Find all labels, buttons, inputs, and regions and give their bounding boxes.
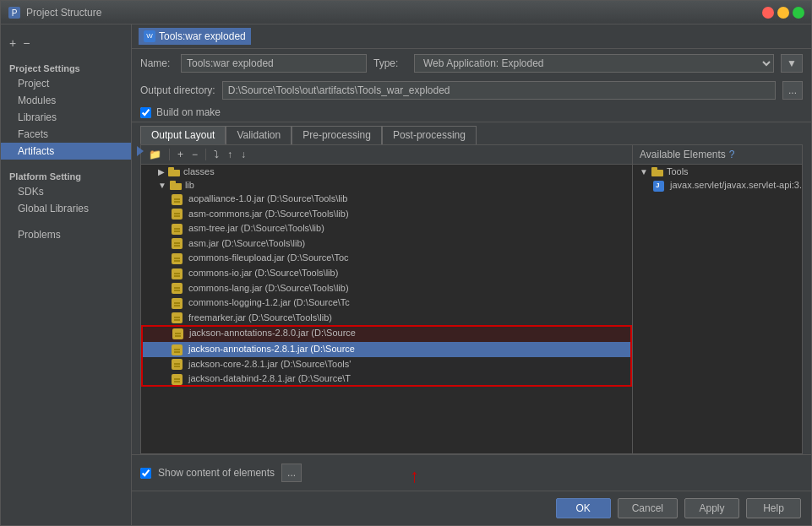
bottom-bar: Show content of elements ... ↑ <box>132 454 811 491</box>
tree-item-asm-commons[interactable]: asm-commons.jar (D:\Source\Tools\lib) <box>141 207 632 222</box>
folder-icon-classes <box>168 167 180 176</box>
name-input[interactable] <box>181 54 367 73</box>
right-tree: Available Elements ? ▼ Tools javax.servl… <box>633 145 802 453</box>
tree-item-jackson-ann-281[interactable]: jackson-annotations-2.8.1.jar (D:\Source <box>141 342 632 357</box>
tree-item-commons-fileupload[interactable]: commons-fileupload.jar (D:\Source\Toc <box>141 251 632 266</box>
platform-settings-label: Platform Setting <box>1 166 131 183</box>
tree-remove-btn[interactable]: − <box>189 148 200 161</box>
tree-item-jackson-db-281[interactable]: jackson-databind-2.8.1.jar (D:\Source\T <box>141 371 632 387</box>
show-content-options-btn[interactable]: ... <box>281 464 302 482</box>
jar-icon-commons-logging <box>172 298 183 309</box>
tree-item-commons-io[interactable]: commons-io.jar (D:\Source\Tools\lib) <box>141 266 632 281</box>
tree-down-btn[interactable]: ↓ <box>238 148 248 161</box>
tab-pre-processing-label: Pre-processing <box>302 129 371 141</box>
title-bar-controls <box>762 7 804 19</box>
jar-icon-commons-lang <box>172 283 183 294</box>
sidebar-item-facets[interactable]: Facets <box>1 126 131 143</box>
ok-button[interactable]: OK <box>556 498 611 518</box>
tree-item-jackson-db-281-label: jackson-databind-2.8.1.jar (D:\Source\T <box>188 373 351 383</box>
output-dir-input[interactable] <box>222 81 776 100</box>
tree-item-aopalliance-label: aopalliance-1.0.jar (D:\Source\Tools\lib <box>188 193 347 203</box>
tab-validation[interactable]: Validation <box>226 126 292 144</box>
jar-icon-asm-tree <box>172 224 183 235</box>
jar-icon-jackson-db-281 <box>172 374 183 385</box>
available-elements-help[interactable]: ? <box>729 149 735 160</box>
artifact-list-item[interactable]: W Tools:war exploded <box>139 28 251 45</box>
left-tree: 📁 + − ⤵ ↑ ↓ ▶ <box>141 145 633 453</box>
jar-icon-aopalliance <box>172 194 183 205</box>
tree-item-commons-logging[interactable]: commons-logging-1.2.jar (D:\Source\Tc <box>141 296 632 311</box>
type-dropdown-btn[interactable]: ▼ <box>781 54 803 73</box>
type-select[interactable]: Web Application: Exploded <box>414 54 774 73</box>
right-tree-javax-servlet-label: javax.servlet/javax.servlet-api:3.1.0 (P… <box>670 180 802 190</box>
sidebar-item-global-libraries-label: Global Libraries <box>18 203 89 214</box>
sidebar-item-problems-label: Problems <box>18 229 61 241</box>
right-tree-javax-servlet[interactable]: javax.servlet/javax.servlet-api:3.1.0 (P… <box>633 178 802 193</box>
main-content: + − Project Settings Project Modules Lib… <box>1 24 811 525</box>
red-box-region: jackson-annotations-2.8.0.jar (D:\Source… <box>141 325 632 386</box>
jar-icon-asm-commons <box>172 209 183 220</box>
right-tree-tools-folder[interactable]: ▼ Tools <box>633 165 802 178</box>
maximize-button[interactable] <box>793 7 804 19</box>
jar-icon-freemarker <box>172 312 183 323</box>
tree-up-btn[interactable]: ↑ <box>225 148 235 161</box>
sidebar-item-artifacts-label: Artifacts <box>18 145 54 157</box>
tree-item-commons-fileupload-label: commons-fileupload.jar (D:\Source\Toc <box>188 252 349 263</box>
help-button[interactable]: Help <box>746 498 801 518</box>
output-dir-browse-btn[interactable]: ... <box>782 81 803 100</box>
tabs-strip: Output Layout Validation Pre-processing … <box>132 122 811 144</box>
sidebar-item-libraries[interactable]: Libraries <box>1 109 131 126</box>
minimize-button[interactable] <box>777 7 789 19</box>
tree-item-lib[interactable]: ▼ lib <box>141 178 632 192</box>
sidebar-item-project-label: Project <box>18 78 49 89</box>
tree-items-section: ▶ classes ▼ lib aop <box>141 165 632 387</box>
apply-button[interactable]: Apply <box>684 498 739 518</box>
tree-item-asm[interactable]: asm.jar (D:\Source\Tools\lib) <box>141 236 632 252</box>
available-elements-header: Available Elements ? <box>633 145 802 165</box>
tab-pre-processing[interactable]: Pre-processing <box>292 126 382 144</box>
tree-item-jackson-ann-280[interactable]: jackson-annotations-2.8.0.jar (D:\Source <box>141 325 632 342</box>
jar-icon-jackson-ann-280 <box>172 328 183 339</box>
sidebar-item-modules[interactable]: Modules <box>1 92 131 109</box>
tree-item-asm-tree[interactable]: asm-tree.jar (D:\Source\Tools\lib) <box>141 221 632 236</box>
tree-item-classes[interactable]: ▶ classes <box>141 165 632 178</box>
jar-icon-commons-io <box>172 268 183 279</box>
tree-item-jackson-core-281-label: jackson-core-2.8.1.jar (D:\Source\Tools' <box>188 359 351 369</box>
tab-validation-label: Validation <box>237 129 281 141</box>
tree-folder-icon[interactable]: 📁 <box>146 148 164 161</box>
sidebar-item-problems[interactable]: Problems <box>1 224 131 243</box>
title-bar: P Project Structure <box>1 1 811 24</box>
tree-item-freemarker[interactable]: freemarker.jar (D:\Source\Tools\lib) <box>141 311 632 326</box>
tree-add-btn[interactable]: + <box>175 148 186 161</box>
close-button[interactable] <box>762 7 774 19</box>
tree-item-commons-lang[interactable]: commons-lang.jar (D:\Source\Tools\lib) <box>141 281 632 296</box>
sidebar-remove-button[interactable]: − <box>21 35 31 52</box>
sidebar-item-global-libraries[interactable]: Global Libraries <box>1 200 131 217</box>
build-on-make-checkbox[interactable] <box>140 107 151 118</box>
sidebar-item-artifacts[interactable]: Artifacts <box>1 143 131 160</box>
content-area: 📁 + − ⤵ ↑ ↓ ▶ <box>140 144 803 454</box>
tree-item-classes-label: classes <box>183 166 215 176</box>
cancel-button[interactable]: Cancel <box>618 498 678 518</box>
sidebar-add-button[interactable]: + <box>8 35 18 52</box>
tab-output-layout[interactable]: Output Layout <box>140 126 226 144</box>
sidebar-toolbar: + − <box>1 31 131 55</box>
title-bar-icon: P <box>8 6 21 19</box>
sidebar-item-sdks[interactable]: SDKs <box>1 183 131 200</box>
tree-item-aopalliance[interactable]: aopalliance-1.0.jar (D:\Source\Tools\lib <box>141 192 632 207</box>
sidebar-item-project[interactable]: Project <box>1 75 131 92</box>
show-content-checkbox[interactable] <box>140 468 151 479</box>
tree-item-jackson-core-281[interactable]: jackson-core-2.8.1.jar (D:\Source\Tools' <box>141 357 632 372</box>
artifact-header: W Tools:war exploded Name: Type: Web App… <box>132 24 811 122</box>
type-label: Type: <box>373 57 407 69</box>
jar-icon-commons-fileupload <box>172 253 183 264</box>
jar-icon-jackson-core-281 <box>172 359 183 370</box>
name-label: Name: <box>140 57 174 69</box>
tree-toolbar: 📁 + − ⤵ ↑ ↓ <box>141 145 632 165</box>
svg-text:P: P <box>12 8 18 18</box>
tab-post-processing-label: Post-processing <box>393 129 466 141</box>
artifact-name-label: Tools:war exploded <box>159 30 246 42</box>
tree-item-asm-label: asm.jar (D:\Source\Tools\lib) <box>188 238 305 248</box>
tab-post-processing[interactable]: Post-processing <box>382 126 477 144</box>
tree-move-icon-btn[interactable]: ⤵ <box>211 148 221 161</box>
